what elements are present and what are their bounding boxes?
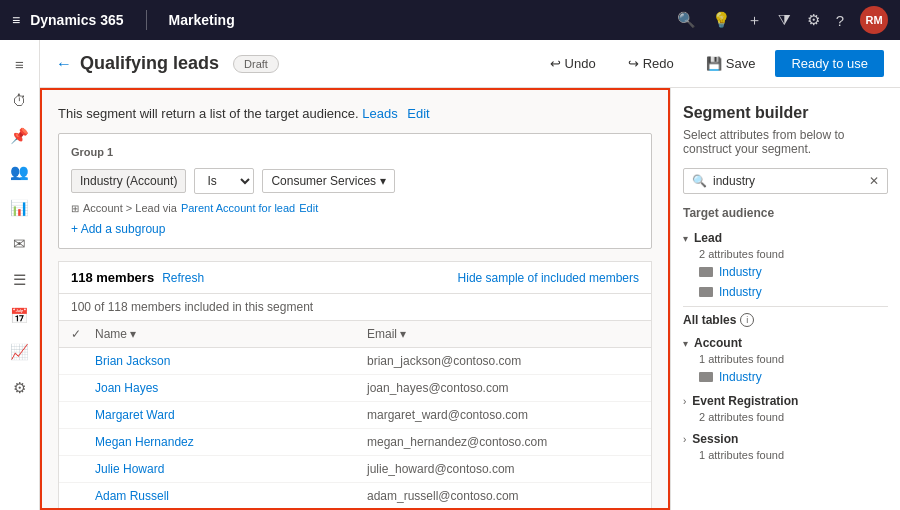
sidebar-tasks-icon[interactable]: ☰ <box>4 264 36 296</box>
page-title: Qualifying leads <box>80 53 219 74</box>
member-name-link[interactable]: Margaret Ward <box>95 408 175 422</box>
members-info: 100 of 118 members included in this segm… <box>59 294 651 321</box>
ready-button[interactable]: Ready to use <box>775 50 884 77</box>
hamburger-icon[interactable]: ≡ <box>12 12 20 28</box>
lead-tree-header[interactable]: ▾ Lead <box>683 228 888 248</box>
tree-section-session: › Session 1 attributes found <box>683 429 888 463</box>
members-table: Brian Jackson brian_jackson@contoso.com … <box>59 348 651 510</box>
sidebar-menu-icon[interactable]: ≡ <box>4 48 36 80</box>
right-panel: Segment builder Select attributes from b… <box>670 88 900 510</box>
plus-icon[interactable]: ＋ <box>747 11 762 30</box>
app-layout: ≡ ⏱ 📌 👥 📊 ✉ ☰ 📅 📈 ⚙ ← Qualifying leads D… <box>0 40 900 510</box>
sidebar-settings-icon[interactable]: ⚙ <box>4 372 36 404</box>
email-col-header[interactable]: Email ▾ <box>367 327 639 341</box>
search-box: 🔍 ✕ <box>683 168 888 194</box>
account-label: Account <box>694 336 742 350</box>
page-body: This segment will return a list of the t… <box>40 88 900 510</box>
account-industry-attr[interactable]: Industry <box>683 367 888 387</box>
help-icon[interactable]: ? <box>836 12 844 29</box>
member-email: julie_howard@contoso.com <box>367 462 639 476</box>
sidebar-analytics-icon[interactable]: 📈 <box>4 336 36 368</box>
status-badge: Draft <box>233 55 279 73</box>
breadcrumb-path: ⊞ Account > Lead via Parent Account for … <box>71 202 639 214</box>
nav-divider <box>146 10 147 30</box>
search-input[interactable] <box>713 174 863 188</box>
lead-label: Lead <box>694 231 722 245</box>
sidebar-recent-icon[interactable]: ⏱ <box>4 84 36 116</box>
segment-area: This segment will return a list of the t… <box>40 88 670 510</box>
filter-value[interactable]: Consumer Services ▾ <box>262 169 395 193</box>
members-section: 118 members Refresh Hide sample of inclu… <box>58 261 652 510</box>
member-name: Joan Hayes <box>95 381 367 395</box>
lightbulb-icon[interactable]: 💡 <box>712 11 731 29</box>
info-icon[interactable]: i <box>740 313 754 327</box>
parent-account-link[interactable]: Parent Account for lead <box>181 202 295 214</box>
leads-link[interactable]: Leads <box>362 106 397 121</box>
lead-industry-attr-2[interactable]: Industry <box>683 282 888 302</box>
member-name-link[interactable]: Joan Hayes <box>95 381 158 395</box>
panel-title: Segment builder <box>683 104 888 122</box>
top-navigation: ≡ Dynamics 365 Marketing 🔍 💡 ＋ ⧩ ⚙ ? RM <box>0 0 900 40</box>
name-col-header[interactable]: Name ▾ <box>95 327 367 341</box>
account-tree-header[interactable]: ▾ Account <box>683 333 888 353</box>
tree-section-event-reg: › Event Registration 2 attributes found <box>683 391 888 425</box>
group-box: Group 1 Industry (Account) Is Consumer S… <box>58 133 652 249</box>
redo-button[interactable]: ↪ Redo <box>616 50 686 77</box>
member-name: Julie Howard <box>95 462 367 476</box>
session-label: Session <box>692 432 738 446</box>
table-row: Adam Russell adam_russell@contoso.com <box>59 483 651 510</box>
table-row: Megan Hernandez megan_hernandez@contoso.… <box>59 429 651 456</box>
breadcrumb-icon: ⊞ <box>71 203 79 214</box>
brand-name: Dynamics 365 <box>30 12 123 28</box>
member-name: Margaret Ward <box>95 408 367 422</box>
group-label: Group 1 <box>71 146 639 158</box>
member-name: Adam Russell <box>95 489 367 503</box>
sidebar-calendar-icon[interactable]: 📅 <box>4 300 36 332</box>
member-name-link[interactable]: Adam Russell <box>95 489 169 503</box>
member-name-link[interactable]: Megan Hernandez <box>95 435 194 449</box>
check-col-header: ✓ <box>71 327 95 341</box>
member-name-link[interactable]: Brian Jackson <box>95 354 170 368</box>
undo-button[interactable]: ↩ Undo <box>538 50 608 77</box>
sidebar-contacts-icon[interactable]: 👥 <box>4 156 36 188</box>
edit-link[interactable]: Edit <box>407 106 429 121</box>
lead-sub: 2 attributes found <box>683 248 888 262</box>
back-button[interactable]: ← <box>56 55 72 73</box>
settings-icon[interactable]: ⚙ <box>807 11 820 29</box>
hide-members-link[interactable]: Hide sample of included members <box>458 271 639 285</box>
filter-value-chevron: ▾ <box>380 174 386 188</box>
members-header: 118 members Refresh Hide sample of inclu… <box>59 262 651 294</box>
session-tree-header[interactable]: › Session <box>683 429 888 449</box>
table-row: Brian Jackson brian_jackson@contoso.com <box>59 348 651 375</box>
breadcrumb-edit-link[interactable]: Edit <box>299 202 318 214</box>
left-sidebar: ≡ ⏱ 📌 👥 📊 ✉ ☰ 📅 📈 ⚙ <box>0 40 40 510</box>
sidebar-segments-icon[interactable]: 📊 <box>4 192 36 224</box>
filter-operator[interactable]: Is <box>194 168 254 194</box>
sidebar-pinned-icon[interactable]: 📌 <box>4 120 36 152</box>
lead-industry-attr-1[interactable]: Industry <box>683 262 888 282</box>
clear-search-icon[interactable]: ✕ <box>869 174 879 188</box>
module-name: Marketing <box>169 12 235 28</box>
filter-field[interactable]: Industry (Account) <box>71 169 186 193</box>
segment-description: This segment will return a list of the t… <box>58 106 652 121</box>
user-avatar[interactable]: RM <box>860 6 888 34</box>
member-email: brian_jackson@contoso.com <box>367 354 639 368</box>
member-name-link[interactable]: Julie Howard <box>95 462 164 476</box>
table-row: Margaret Ward margaret_ward@contoso.com <box>59 402 651 429</box>
session-sub: 1 attributes found <box>683 449 888 463</box>
filter-row: Industry (Account) Is Consumer Services … <box>71 168 639 194</box>
nav-actions: 🔍 💡 ＋ ⧩ ⚙ ? RM <box>677 6 888 34</box>
chevron-right-icon: › <box>683 396 686 407</box>
add-subgroup-button[interactable]: + Add a subgroup <box>71 222 639 236</box>
target-audience-label: Target audience <box>683 206 888 220</box>
save-button[interactable]: 💾 Save <box>694 50 768 77</box>
event-reg-tree-header[interactable]: › Event Registration <box>683 391 888 411</box>
search-icon[interactable]: 🔍 <box>677 11 696 29</box>
filter-icon[interactable]: ⧩ <box>778 11 791 29</box>
refresh-link[interactable]: Refresh <box>162 271 204 285</box>
chevron-down-icon: ▾ <box>683 233 688 244</box>
member-name: Brian Jackson <box>95 354 367 368</box>
all-tables-label: All tables <box>683 313 736 327</box>
sidebar-email-icon[interactable]: ✉ <box>4 228 36 260</box>
member-email: joan_hayes@contoso.com <box>367 381 639 395</box>
